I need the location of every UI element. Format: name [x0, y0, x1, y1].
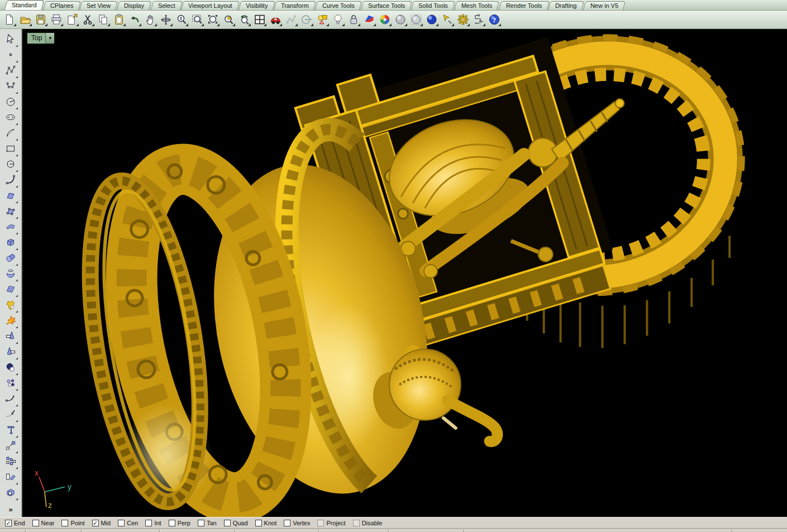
named-views-button[interactable]	[268, 12, 283, 27]
lock-button[interactable]	[346, 12, 361, 27]
more-tools-button[interactable]: »	[2, 501, 19, 517]
new-file-button[interactable]	[2, 12, 17, 27]
osnap-point-checkbox[interactable]	[61, 520, 68, 526]
osnap-end[interactable]: ✓End	[5, 520, 25, 526]
undo-view-button[interactable]	[237, 12, 251, 27]
tab-mesh-tools[interactable]: Mesh Tools	[454, 1, 499, 10]
tab-render-tools[interactable]: Render Tools	[499, 1, 550, 10]
tab-cplanes[interactable]: CPlanes	[43, 1, 81, 10]
trim-tool-button[interactable]	[2, 329, 19, 345]
osnap-quad-checkbox[interactable]	[224, 520, 231, 526]
zoom-dynamic-button[interactable]	[174, 12, 189, 27]
osnap-cen[interactable]: Cen	[118, 520, 138, 526]
viewport-top[interactable]: Top ▼	[22, 29, 787, 517]
osnap-vertex-checkbox[interactable]	[284, 520, 290, 526]
array-tool-button[interactable]	[2, 454, 19, 470]
osnap-tan-checkbox[interactable]	[198, 520, 204, 526]
rendered-viewport-button[interactable]	[424, 12, 439, 27]
tab-viewport-layout[interactable]: Viewport Layout	[181, 1, 240, 10]
osnap-tan[interactable]: Tan	[198, 520, 217, 526]
export-page-button[interactable]	[65, 12, 79, 27]
polygon-tool-button[interactable]	[2, 157, 19, 173]
surface-points-tool-button[interactable]	[2, 204, 19, 220]
curved-surface-tool-button[interactable]	[2, 220, 19, 236]
tab-new-in-v5[interactable]: New in V5	[583, 1, 626, 10]
paste-button[interactable]	[112, 12, 126, 27]
osnap-perp[interactable]: Perp	[169, 520, 190, 526]
osnap-project-checkbox[interactable]	[317, 520, 324, 526]
help-button[interactable]: ?	[487, 12, 502, 27]
circle-tool-button[interactable]	[2, 95, 19, 111]
osnap-vertex[interactable]: Vertex	[284, 520, 310, 526]
osnap-disable-checkbox[interactable]	[353, 520, 360, 526]
viewport-title[interactable]: Top	[27, 33, 45, 44]
rectangle-tool-button[interactable]	[2, 142, 19, 157]
lights-button[interactable]	[331, 12, 345, 27]
shaded-viewport-button[interactable]	[393, 12, 408, 27]
text-tool-button[interactable]	[2, 423, 19, 439]
tab-drafting[interactable]: Drafting	[548, 1, 584, 10]
pointer-tool-button[interactable]	[2, 32, 19, 48]
move-tool-button[interactable]	[2, 439, 19, 454]
layers-button[interactable]	[315, 12, 330, 27]
tab-standard[interactable]: Standard	[4, 0, 44, 10]
osnap-perp-checkbox[interactable]	[169, 520, 175, 526]
four-viewports-button[interactable]	[252, 12, 267, 27]
ghosted-viewport-button[interactable]	[409, 12, 423, 27]
zoom-extents-button[interactable]	[206, 12, 220, 27]
save-button[interactable]	[34, 12, 48, 27]
split-tool-button[interactable]	[2, 345, 19, 361]
point-set-tool-button[interactable]	[2, 376, 19, 392]
patch-tool-button[interactable]	[2, 282, 19, 298]
blend-tool-button[interactable]	[2, 361, 19, 376]
osnap-quad[interactable]: Quad	[224, 520, 248, 526]
osnap-knot-checkbox[interactable]	[255, 520, 262, 526]
osnap-mid[interactable]: ✓Mid	[92, 520, 111, 526]
polyline-tool-button[interactable]	[2, 64, 19, 79]
zoom-selected-button[interactable]	[221, 12, 236, 27]
hide-tool-button[interactable]	[2, 470, 19, 486]
tab-set-view[interactable]: Set View	[79, 1, 118, 10]
copy-button[interactable]	[96, 12, 111, 27]
pan-hand-button[interactable]	[143, 12, 158, 27]
extend-curve-tool-button[interactable]	[2, 408, 19, 423]
zoom-window-button[interactable]	[190, 12, 204, 27]
tab-transform[interactable]: Transform	[274, 1, 316, 10]
fillet-curve-tool-button[interactable]	[2, 173, 19, 189]
curve-points-tool-button[interactable]	[2, 79, 19, 95]
print-button[interactable]	[49, 12, 64, 27]
boolean-tool-button[interactable]	[2, 298, 19, 314]
osnap-near[interactable]: Near	[32, 520, 55, 526]
revolve-tool-button[interactable]	[2, 267, 19, 282]
options-button[interactable]	[456, 12, 470, 27]
arc-tool-button[interactable]	[2, 126, 19, 142]
tab-display[interactable]: Display	[117, 1, 151, 10]
osnap-cen-checkbox[interactable]	[118, 520, 125, 526]
osnap-project[interactable]: Project	[317, 520, 345, 526]
tab-visibility[interactable]: Visibility	[239, 1, 275, 10]
tab-select[interactable]: Select	[151, 1, 183, 10]
osnap-point[interactable]: Point	[61, 520, 84, 526]
tab-solid-tools[interactable]: Solid Tools	[411, 1, 455, 10]
cplane-button[interactable]	[299, 12, 314, 27]
osnap-mid-checkbox[interactable]: ✓	[92, 520, 99, 526]
dimension-button[interactable]	[471, 12, 486, 27]
osnap-int-checkbox[interactable]	[145, 520, 152, 526]
render-button[interactable]	[362, 12, 376, 27]
osnap-end-checkbox[interactable]: ✓	[5, 520, 12, 526]
box-tool-button[interactable]	[2, 236, 19, 251]
open-file-button[interactable]	[18, 12, 32, 27]
spheres-tool-button[interactable]	[2, 251, 19, 267]
tab-surface-tools[interactable]: Surface Tools	[361, 1, 412, 10]
osnap-near-checkbox[interactable]	[32, 520, 39, 526]
surface-tool-button[interactable]	[2, 189, 19, 204]
arc-blend-tool-button[interactable]	[2, 392, 19, 408]
viewport-title-tab[interactable]: Top ▼	[27, 32, 55, 44]
point-tool-button[interactable]	[2, 48, 19, 64]
osnap-knot[interactable]: Knot	[255, 520, 277, 526]
selection-filter-button[interactable]	[440, 12, 455, 27]
analyze-button[interactable]	[284, 12, 298, 27]
undo-button[interactable]	[127, 12, 142, 27]
rotate-view-button[interactable]	[159, 12, 173, 27]
explode-tool-button[interactable]	[2, 314, 19, 329]
